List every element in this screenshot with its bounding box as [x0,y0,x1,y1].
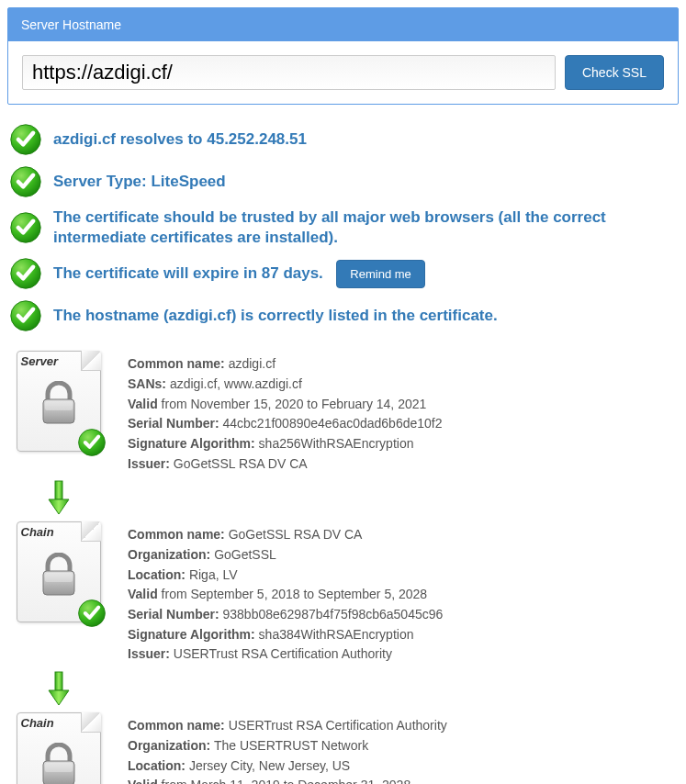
cert-field-label: Valid [128,397,158,411]
certificate-chain: Server Common name: azdigi.cf SANs: azdi… [15,351,679,784]
cert-field-label: Serial Number: [128,416,219,431]
check-icon [9,123,42,156]
status-resolves: azdigi.cf resolves to 45.252.248.51 [9,123,677,156]
svg-rect-14 [45,763,73,772]
cert-field-value: The USERTRUST Network [214,738,368,753]
cert-field: Organization: GoGetSSL [128,545,443,566]
cert-field-value: 44cbc21f00890e4e6ac0dad6b6de10f2 [222,416,442,431]
cert-field-value: 938bb08e62987b4f75f98cb6a5045c96 [222,607,443,622]
arrow-down-icon [45,479,73,516]
hostname-input[interactable] [22,55,556,90]
lock-icon [39,381,79,425]
certificate-icon: Chain [17,521,101,622]
status-expire: The certificate will expire in 87 days. … [9,257,677,290]
status-text: azdigi.cf resolves to 45.252.248.51 [53,129,307,150]
cert-field: Signature Algorithm: sha256WithRSAEncryp… [128,434,443,454]
cert-field: Location: Jersey City, New Jersey, US [128,756,447,777]
cert-field-value: GoGetSSL RSA DV CA [174,456,308,471]
svg-rect-8 [55,481,62,499]
cert-field-value: sha256WithRSAEncryption [259,436,414,451]
svg-rect-12 [55,672,62,690]
arrow-down-icon [45,670,73,707]
check-ssl-button[interactable]: Check SSL [565,55,664,90]
cert-field: Organization: The USERTRUST Network [128,736,447,756]
cert-field-value: USERTrust RSA Certification Authority [174,646,392,661]
cert-field: Valid from September 5, 2018 to Septembe… [128,585,443,605]
check-badge-icon [77,428,107,457]
cert-field-value: Riga, LV [189,567,238,582]
cert-field-label: Issuer: [128,456,170,471]
cert-field-value: from November 15, 2020 to February 14, 2… [162,397,427,411]
cert-type-label: Server [21,354,58,368]
remind-me-button[interactable]: Remind me [336,260,424,288]
check-icon [9,211,42,244]
certificate-block: Server Common name: azdigi.cf SANs: azdi… [15,351,679,474]
cert-field-value: from September 5, 2018 to September 5, 2… [162,587,428,601]
chain-arrow [15,670,102,707]
cert-field: Issuer: USERTrust RSA Certification Auth… [128,644,443,665]
status-hostname: The hostname (azdigi.cf) is correctly li… [9,299,677,332]
cert-field-label: Common name: [128,527,225,542]
cert-field: Common name: azdigi.cf [128,354,443,375]
svg-rect-10 [45,573,73,582]
panel-body: Check SSL [8,41,678,104]
cert-field-label: Organization: [128,547,210,562]
svg-rect-6 [45,401,73,410]
cert-field-value: azdigi.cf, www.azdigi.cf [170,376,302,391]
check-icon [9,165,42,198]
cert-field-value: from March 11, 2019 to December 31, 2028 [162,778,411,784]
check-badge-icon [77,599,107,628]
cert-field-label: Signature Algorithm: [128,436,255,451]
cert-field: Signature Algorithm: sha384WithRSAEncryp… [128,625,443,645]
cert-field-label: Common name: [128,356,225,371]
lock-icon [39,743,79,784]
cert-field: Valid from March 11, 2019 to December 31… [128,776,447,784]
cert-field-label: SANs: [128,376,166,391]
cert-field: Serial Number: 44cbc21f00890e4e6ac0dad6b… [128,414,443,434]
certificate-icon: Chain [17,712,101,784]
status-text: The certificate should be trusted by all… [53,207,677,248]
cert-field-label: Signature Algorithm: [128,627,255,642]
status-text: Server Type: LiteSpeed [53,172,226,192]
cert-type-label: Chain [21,525,54,539]
certificate-block: Chain Common name: GoGetSSL RSA DV CA Or… [15,521,679,665]
cert-field: Valid from November 15, 2020 to February… [128,395,443,415]
status-trusted: The certificate should be trusted by all… [9,207,677,248]
cert-field-label: Location: [128,567,186,582]
chain-arrow [15,479,102,516]
lock-icon [39,553,79,597]
cert-field-label: Location: [128,758,186,773]
cert-field: Location: Riga, LV [128,566,443,586]
cert-field-value: Jersey City, New Jersey, US [189,758,350,773]
certificate-details: Common name: USERTrust RSA Certification… [128,712,447,784]
certificate-block: Chain Common name: USERTrust RSA Certifi… [15,712,679,784]
cert-type-label: Chain [21,716,54,730]
cert-field-value: sha384WithRSAEncryption [259,627,414,642]
status-text: The certificate will expire in 87 days. [53,263,323,281]
status-text: The hostname (azdigi.cf) is correctly li… [53,306,498,326]
check-icon [9,299,42,332]
cert-field-value: USERTrust RSA Certification Authority [229,718,447,733]
hostname-panel: Server Hostname Check SSL [7,7,679,105]
cert-field-value: azdigi.cf [229,356,276,371]
cert-field-value: GoGetSSL RSA DV CA [229,527,363,542]
panel-title: Server Hostname [8,8,678,41]
cert-field: Common name: USERTrust RSA Certification… [128,716,447,736]
check-icon [9,257,42,290]
status-server-type: Server Type: LiteSpeed [9,165,677,198]
cert-field-label: Issuer: [128,646,170,661]
cert-field: Issuer: GoGetSSL RSA DV CA [128,454,443,475]
certificate-details: Common name: GoGetSSL RSA DV CA Organiza… [128,521,443,665]
cert-field-label: Organization: [128,738,210,753]
cert-field-label: Valid [128,778,158,784]
cert-field-value: GoGetSSL [214,547,276,562]
certificate-icon: Server [17,351,101,452]
cert-field-label: Valid [128,587,158,601]
cert-field: SANs: azdigi.cf, www.azdigi.cf [128,375,443,395]
cert-field-label: Common name: [128,718,225,733]
status-list: azdigi.cf resolves to 45.252.248.51 Serv… [9,123,677,332]
certificate-details: Common name: azdigi.cf SANs: azdigi.cf, … [128,351,443,474]
cert-field-label: Serial Number: [128,607,219,622]
cert-field: Serial Number: 938bb08e62987b4f75f98cb6a… [128,605,443,625]
cert-field: Common name: GoGetSSL RSA DV CA [128,525,443,545]
